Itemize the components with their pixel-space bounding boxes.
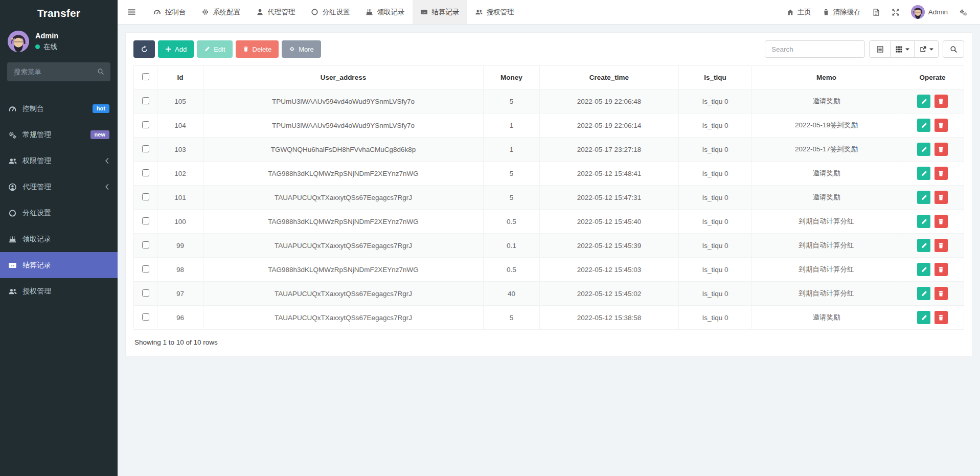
nav-tab-label: 授权管理 [487, 8, 514, 17]
row-checkbox[interactable] [142, 97, 149, 104]
row-edit-button[interactable] [917, 191, 930, 204]
row-checkbox[interactable] [142, 193, 149, 200]
nav-tab[interactable]: 领取记录 [358, 0, 413, 24]
nav-tab[interactable]: 代理管理 [248, 0, 303, 24]
home-link[interactable]: 主页 [781, 0, 817, 24]
row-edit-button[interactable] [917, 287, 930, 300]
row-edit-button[interactable] [917, 119, 930, 132]
cell-is-tiqu: Is_tiqu 0 [679, 210, 752, 234]
row-delete-button[interactable] [935, 143, 948, 156]
cell-is-tiqu: Is_tiqu 0 [679, 282, 752, 306]
row-delete-button[interactable] [935, 311, 948, 324]
row-checkbox[interactable] [142, 145, 149, 152]
docs-link[interactable] [867, 0, 886, 24]
user-circle-icon [8, 183, 17, 191]
delete-button[interactable]: Delete [236, 40, 279, 58]
row-checkbox[interactable] [142, 289, 149, 297]
cell-memo: 邀请奖励 [752, 162, 901, 186]
users-icon [8, 287, 17, 296]
table-search-input[interactable] [765, 40, 865, 58]
row-delete-button[interactable] [935, 287, 948, 300]
sidebar-item[interactable]: 授权管理 [0, 278, 118, 304]
column-header-money[interactable]: Money [484, 66, 540, 89]
add-button[interactable]: Add [158, 40, 194, 58]
column-header-create-time[interactable]: Create_time [540, 66, 679, 89]
row-edit-button[interactable] [917, 263, 930, 276]
row-edit-button[interactable] [917, 311, 930, 324]
column-header-user-address[interactable]: User_address [203, 66, 484, 89]
cell-is-tiqu: Is_tiqu 0 [679, 234, 752, 258]
cell-memo: 到期自动计算分红 [752, 210, 901, 234]
row-delete-button[interactable] [935, 167, 948, 180]
sidebar-item-label: 领取记录 [22, 235, 51, 244]
trash-icon [938, 266, 944, 273]
column-header-memo[interactable]: Memo [752, 66, 901, 89]
column-header-id[interactable]: Id [157, 66, 203, 89]
sidebar-item[interactable]: 代理管理 [0, 174, 118, 200]
search-icon [97, 68, 104, 75]
row-delete-button[interactable] [935, 95, 948, 108]
cell-user-address: TAUAPUCUQxTXaxxytQSs67Eegagcs7RgrJ [203, 282, 484, 306]
row-select-cell [134, 306, 157, 330]
nav-tab[interactable]: 分红设置 [303, 0, 358, 24]
toggle-detail-view-button[interactable] [869, 40, 891, 58]
brand-title: Transfer [0, 0, 118, 27]
menu-toggle-icon[interactable] [127, 8, 136, 16]
nav-tab[interactable]: 授权管理 [467, 0, 522, 24]
row-checkbox[interactable] [142, 121, 149, 128]
row-checkbox[interactable] [142, 241, 149, 248]
row-edit-button[interactable] [917, 143, 930, 156]
row-select-cell [134, 114, 157, 138]
row-checkbox[interactable] [142, 265, 149, 273]
search-button[interactable] [943, 40, 964, 58]
row-checkbox[interactable] [142, 313, 149, 321]
sidebar-item[interactable]: 常规管理 new [0, 122, 118, 148]
sidebar-item[interactable]: 分红设置 [0, 200, 118, 226]
fullscreen-toggle[interactable] [886, 0, 905, 24]
sidebar-item[interactable]: cs 结算记录 [0, 252, 118, 278]
row-edit-button[interactable] [917, 167, 930, 180]
export-dropdown-button[interactable] [915, 40, 939, 58]
sidebar-item-label: 分红设置 [22, 209, 51, 218]
cell-user-address: TAUAPUCUQxTXaxxytQSs67Eegagcs7RgrJ [203, 306, 484, 330]
edit-button[interactable]: Edit [197, 40, 232, 58]
online-dot [35, 44, 40, 49]
refresh-button[interactable] [133, 40, 155, 58]
more-button[interactable]: More [282, 40, 321, 58]
row-delete-button[interactable] [935, 119, 948, 132]
delete-button-label: Delete [253, 46, 272, 53]
nav-tab[interactable]: 系统配置 [194, 0, 248, 24]
pencil-icon [921, 290, 927, 297]
cell-memo: 邀请奖励 [752, 186, 901, 210]
columns-dropdown-button[interactable] [891, 40, 915, 58]
sidebar-search-input[interactable] [7, 62, 110, 81]
nav-tab[interactable]: cs 结算记录 [413, 0, 467, 24]
badge: hot [93, 104, 109, 113]
settings-menu[interactable] [953, 0, 973, 24]
column-header-is-tiqu[interactable]: Is_tiqu [679, 66, 752, 89]
table-row: 100 TAG988h3dKLQMWzRpSNjNDmF2XEYnz7nWG 0… [134, 210, 964, 234]
row-delete-button[interactable] [935, 239, 948, 252]
export-icon [919, 46, 927, 53]
clear-cache-link[interactable]: 清除缓存 [817, 0, 867, 24]
row-edit-button[interactable] [917, 239, 930, 252]
pencil-icon [921, 146, 927, 153]
sidebar-item[interactable]: 控制台 hot [0, 96, 118, 122]
row-select-cell [134, 258, 157, 282]
row-edit-button[interactable] [917, 95, 930, 108]
pencil-icon [921, 242, 927, 249]
sidebar-item[interactable]: 权限管理 [0, 148, 118, 174]
select-all-checkbox[interactable] [142, 73, 149, 80]
row-checkbox[interactable] [142, 169, 149, 176]
user-menu[interactable]: Admin [905, 0, 953, 24]
sidebar-item[interactable]: 领取记录 [0, 226, 118, 252]
nav-tab[interactable]: 控制台 [146, 0, 194, 24]
cell-id: 102 [157, 162, 203, 186]
row-delete-button[interactable] [935, 263, 948, 276]
pencil-icon [921, 122, 927, 129]
row-checkbox[interactable] [142, 217, 149, 224]
row-delete-button[interactable] [935, 215, 948, 228]
row-delete-button[interactable] [935, 191, 948, 204]
row-edit-button[interactable] [917, 215, 930, 228]
add-button-label: Add [175, 46, 187, 53]
